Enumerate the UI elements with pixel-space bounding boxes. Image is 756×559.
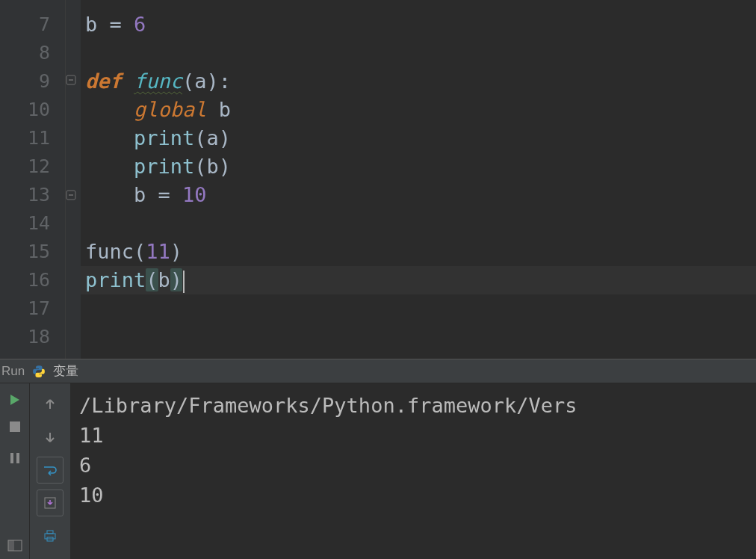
variables-tab-label[interactable]: 变量 bbox=[53, 362, 78, 380]
code-line[interactable]: func(11) bbox=[81, 238, 756, 266]
svg-marker-4 bbox=[10, 395, 19, 405]
line-number-gutter: 7 8 9 10 11 12 13 14 15 16 17 18 bbox=[0, 0, 66, 359]
line-number: 9 bbox=[0, 67, 50, 96]
run-tool-window: Run 变量 bbox=[0, 359, 756, 559]
python-icon bbox=[32, 365, 46, 378]
code-editor[interactable]: 7 8 9 10 11 12 13 14 15 16 17 18 b = 6 d… bbox=[0, 0, 756, 359]
svg-rect-5 bbox=[10, 421, 20, 432]
code-line[interactable]: b = 6 bbox=[81, 10, 756, 39]
console-line: 11 bbox=[79, 424, 104, 447]
code-line[interactable] bbox=[81, 323, 756, 351]
code-line[interactable] bbox=[81, 294, 756, 323]
run-control-column bbox=[0, 383, 30, 559]
text-cursor bbox=[183, 271, 185, 293]
code-line[interactable]: global b bbox=[81, 96, 756, 124]
scroll-to-end-icon[interactable] bbox=[37, 489, 63, 516]
svg-rect-12 bbox=[47, 531, 53, 534]
code-line[interactable] bbox=[81, 209, 756, 238]
console-line: 6 bbox=[79, 454, 91, 477]
line-number: 10 bbox=[0, 96, 50, 124]
fold-start-icon[interactable] bbox=[66, 75, 78, 87]
stop-button[interactable] bbox=[6, 418, 24, 436]
line-number: 17 bbox=[0, 294, 50, 323]
console-output[interactable]: /Library/Frameworks/Python.framework/Ver… bbox=[70, 383, 756, 559]
code-line[interactable]: def func(a): bbox=[81, 67, 756, 96]
code-line-current[interactable]: print(b) bbox=[81, 266, 756, 294]
fold-end-icon[interactable] bbox=[66, 190, 78, 202]
code-area[interactable]: b = 6 def func(a): global b print(a) pri… bbox=[81, 0, 756, 359]
svg-rect-7 bbox=[16, 453, 19, 463]
layout-icon[interactable] bbox=[6, 537, 24, 555]
scroll-up-icon[interactable] bbox=[37, 391, 63, 418]
line-number: 7 bbox=[0, 10, 50, 39]
line-number: 11 bbox=[0, 124, 50, 152]
line-number: 12 bbox=[0, 152, 50, 181]
run-header: Run 变量 bbox=[0, 359, 756, 383]
print-icon[interactable] bbox=[37, 522, 63, 549]
run-tab-label[interactable]: Run bbox=[1, 364, 25, 379]
soft-wrap-icon[interactable] bbox=[37, 457, 63, 484]
code-line[interactable] bbox=[81, 39, 756, 67]
code-line[interactable]: print(a) bbox=[81, 124, 756, 152]
console-line: 10 bbox=[79, 484, 104, 507]
pause-button[interactable] bbox=[6, 449, 24, 467]
line-number: 8 bbox=[0, 39, 50, 67]
line-number: 15 bbox=[0, 238, 50, 266]
line-number: 14 bbox=[0, 209, 50, 238]
scroll-down-icon[interactable] bbox=[37, 424, 63, 451]
run-nav-column bbox=[30, 383, 70, 559]
svg-rect-11 bbox=[45, 534, 55, 539]
svg-rect-6 bbox=[10, 453, 13, 463]
code-line[interactable]: print(b) bbox=[81, 152, 756, 181]
fold-strip bbox=[66, 0, 81, 359]
line-number: 13 bbox=[0, 181, 50, 209]
code-line[interactable]: b = 10 bbox=[81, 181, 756, 209]
console-path: /Library/Frameworks/Python.framework/Ver… bbox=[79, 394, 577, 417]
svg-rect-9 bbox=[8, 540, 14, 551]
line-number: 16 bbox=[0, 266, 50, 294]
line-number: 18 bbox=[0, 323, 50, 351]
rerun-button[interactable] bbox=[6, 391, 24, 409]
